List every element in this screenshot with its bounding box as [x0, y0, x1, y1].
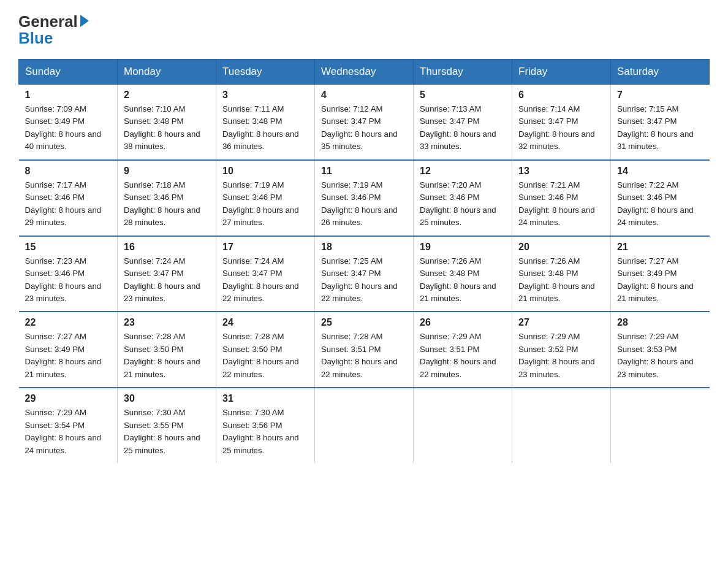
- day-number: 3: [222, 90, 308, 101]
- calendar-header: SundayMondayTuesdayWednesdayThursdayFrid…: [19, 59, 710, 85]
- day-cell: [414, 388, 512, 463]
- day-cell: 5Sunrise: 7:13 AMSunset: 3:47 PMDaylight…: [414, 85, 512, 160]
- day-info: Sunrise: 7:29 AMSunset: 3:54 PMDaylight:…: [25, 408, 102, 454]
- day-info: Sunrise: 7:19 AMSunset: 3:46 PMDaylight:…: [321, 180, 398, 227]
- day-info: Sunrise: 7:29 AMSunset: 3:53 PMDaylight:…: [617, 332, 694, 378]
- day-info: Sunrise: 7:14 AMSunset: 3:47 PMDaylight:…: [518, 104, 595, 151]
- header-cell-monday: Monday: [118, 59, 216, 85]
- day-cell: 27Sunrise: 7:29 AMSunset: 3:52 PMDayligh…: [512, 312, 611, 388]
- day-cell: [315, 388, 414, 463]
- day-number: 30: [124, 393, 210, 404]
- day-cell: 6Sunrise: 7:14 AMSunset: 3:47 PMDaylight…: [512, 85, 611, 160]
- day-cell: 19Sunrise: 7:26 AMSunset: 3:48 PMDayligh…: [414, 236, 512, 312]
- day-info: Sunrise: 7:30 AMSunset: 3:55 PMDaylight:…: [124, 408, 200, 454]
- day-info: Sunrise: 7:28 AMSunset: 3:51 PMDaylight:…: [321, 332, 398, 378]
- day-number: 22: [25, 317, 112, 328]
- day-number: 25: [321, 317, 407, 328]
- day-info: Sunrise: 7:15 AMSunset: 3:47 PMDaylight:…: [617, 104, 694, 151]
- day-cell: 12Sunrise: 7:20 AMSunset: 3:46 PMDayligh…: [414, 160, 512, 236]
- day-number: 5: [420, 90, 506, 101]
- header-cell-saturday: Saturday: [611, 59, 710, 85]
- day-info: Sunrise: 7:28 AMSunset: 3:50 PMDaylight:…: [124, 332, 200, 378]
- day-cell: 4Sunrise: 7:12 AMSunset: 3:47 PMDaylight…: [315, 85, 414, 160]
- day-info: Sunrise: 7:21 AMSunset: 3:46 PMDaylight:…: [518, 180, 595, 227]
- header-cell-thursday: Thursday: [414, 59, 512, 85]
- header-cell-friday: Friday: [512, 59, 611, 85]
- day-number: 26: [420, 317, 506, 328]
- day-info: Sunrise: 7:13 AMSunset: 3:47 PMDaylight:…: [420, 104, 496, 151]
- day-info: Sunrise: 7:19 AMSunset: 3:46 PMDaylight:…: [222, 180, 299, 227]
- day-info: Sunrise: 7:24 AMSunset: 3:47 PMDaylight:…: [222, 256, 299, 303]
- day-number: 24: [222, 317, 308, 328]
- day-cell: 14Sunrise: 7:22 AMSunset: 3:46 PMDayligh…: [611, 160, 710, 236]
- week-row-3: 15Sunrise: 7:23 AMSunset: 3:46 PMDayligh…: [19, 236, 710, 312]
- day-info: Sunrise: 7:10 AMSunset: 3:48 PMDaylight:…: [124, 104, 200, 151]
- day-cell: 22Sunrise: 7:27 AMSunset: 3:49 PMDayligh…: [19, 312, 118, 388]
- day-cell: 10Sunrise: 7:19 AMSunset: 3:46 PMDayligh…: [216, 160, 315, 236]
- day-info: Sunrise: 7:29 AMSunset: 3:52 PMDaylight:…: [518, 332, 595, 378]
- day-cell: 9Sunrise: 7:18 AMSunset: 3:46 PMDaylight…: [118, 160, 216, 236]
- day-number: 16: [124, 242, 210, 253]
- day-info: Sunrise: 7:23 AMSunset: 3:46 PMDaylight:…: [25, 256, 102, 303]
- day-cell: 7Sunrise: 7:15 AMSunset: 3:47 PMDaylight…: [611, 85, 710, 160]
- day-number: 18: [321, 242, 407, 253]
- week-row-1: 1Sunrise: 7:09 AMSunset: 3:49 PMDaylight…: [19, 85, 710, 160]
- page-header: General Blue: [18, 12, 710, 48]
- day-cell: 2Sunrise: 7:10 AMSunset: 3:48 PMDaylight…: [118, 85, 216, 160]
- day-cell: 17Sunrise: 7:24 AMSunset: 3:47 PMDayligh…: [216, 236, 315, 312]
- day-cell: [611, 388, 710, 463]
- day-cell: 16Sunrise: 7:24 AMSunset: 3:47 PMDayligh…: [118, 236, 216, 312]
- day-cell: 24Sunrise: 7:28 AMSunset: 3:50 PMDayligh…: [216, 312, 315, 388]
- day-cell: 20Sunrise: 7:26 AMSunset: 3:48 PMDayligh…: [512, 236, 611, 312]
- day-cell: 3Sunrise: 7:11 AMSunset: 3:48 PMDaylight…: [216, 85, 315, 160]
- day-info: Sunrise: 7:17 AMSunset: 3:46 PMDaylight:…: [25, 180, 102, 227]
- day-number: 8: [25, 166, 112, 177]
- day-number: 10: [222, 166, 308, 177]
- week-row-4: 22Sunrise: 7:27 AMSunset: 3:49 PMDayligh…: [19, 312, 710, 388]
- header-row: SundayMondayTuesdayWednesdayThursdayFrid…: [19, 59, 710, 85]
- day-number: 19: [420, 242, 506, 253]
- day-info: Sunrise: 7:25 AMSunset: 3:47 PMDaylight:…: [321, 256, 398, 303]
- day-number: 17: [222, 242, 308, 253]
- day-number: 15: [25, 242, 112, 253]
- calendar-body: 1Sunrise: 7:09 AMSunset: 3:49 PMDaylight…: [19, 85, 710, 464]
- day-info: Sunrise: 7:18 AMSunset: 3:46 PMDaylight:…: [124, 180, 200, 227]
- day-cell: 23Sunrise: 7:28 AMSunset: 3:50 PMDayligh…: [118, 312, 216, 388]
- day-number: 6: [518, 90, 604, 101]
- calendar-table: SundayMondayTuesdayWednesdayThursdayFrid…: [18, 59, 710, 463]
- day-cell: 18Sunrise: 7:25 AMSunset: 3:47 PMDayligh…: [315, 236, 414, 312]
- week-row-2: 8Sunrise: 7:17 AMSunset: 3:46 PMDaylight…: [19, 160, 710, 236]
- day-cell: 21Sunrise: 7:27 AMSunset: 3:49 PMDayligh…: [611, 236, 710, 312]
- day-cell: 29Sunrise: 7:29 AMSunset: 3:54 PMDayligh…: [19, 388, 118, 463]
- day-cell: 28Sunrise: 7:29 AMSunset: 3:53 PMDayligh…: [611, 312, 710, 388]
- day-cell: 8Sunrise: 7:17 AMSunset: 3:46 PMDaylight…: [19, 160, 118, 236]
- day-info: Sunrise: 7:20 AMSunset: 3:46 PMDaylight:…: [420, 180, 496, 227]
- day-info: Sunrise: 7:09 AMSunset: 3:49 PMDaylight:…: [25, 104, 102, 151]
- day-info: Sunrise: 7:28 AMSunset: 3:50 PMDaylight:…: [222, 332, 299, 378]
- day-cell: 30Sunrise: 7:30 AMSunset: 3:55 PMDayligh…: [118, 388, 216, 463]
- day-info: Sunrise: 7:26 AMSunset: 3:48 PMDaylight:…: [420, 256, 496, 303]
- day-number: 13: [518, 166, 604, 177]
- day-number: 12: [420, 166, 506, 177]
- day-number: 31: [222, 393, 308, 404]
- day-number: 20: [518, 242, 604, 253]
- day-number: 27: [518, 317, 604, 328]
- day-number: 21: [617, 242, 703, 253]
- header-cell-wednesday: Wednesday: [315, 59, 414, 85]
- day-cell: 25Sunrise: 7:28 AMSunset: 3:51 PMDayligh…: [315, 312, 414, 388]
- day-cell: 1Sunrise: 7:09 AMSunset: 3:49 PMDaylight…: [19, 85, 118, 160]
- day-info: Sunrise: 7:12 AMSunset: 3:47 PMDaylight:…: [321, 104, 398, 151]
- day-number: 23: [124, 317, 210, 328]
- day-number: 29: [25, 393, 112, 404]
- day-number: 1: [25, 90, 112, 101]
- day-number: 2: [124, 90, 210, 101]
- day-info: Sunrise: 7:29 AMSunset: 3:51 PMDaylight:…: [420, 332, 496, 378]
- day-number: 7: [617, 90, 703, 101]
- day-cell: 11Sunrise: 7:19 AMSunset: 3:46 PMDayligh…: [315, 160, 414, 236]
- logo-arrow-icon: [80, 15, 89, 27]
- header-cell-tuesday: Tuesday: [216, 59, 315, 85]
- day-cell: 13Sunrise: 7:21 AMSunset: 3:46 PMDayligh…: [512, 160, 611, 236]
- day-info: Sunrise: 7:22 AMSunset: 3:46 PMDaylight:…: [617, 180, 694, 227]
- day-info: Sunrise: 7:27 AMSunset: 3:49 PMDaylight:…: [617, 256, 694, 303]
- day-info: Sunrise: 7:30 AMSunset: 3:56 PMDaylight:…: [222, 408, 299, 454]
